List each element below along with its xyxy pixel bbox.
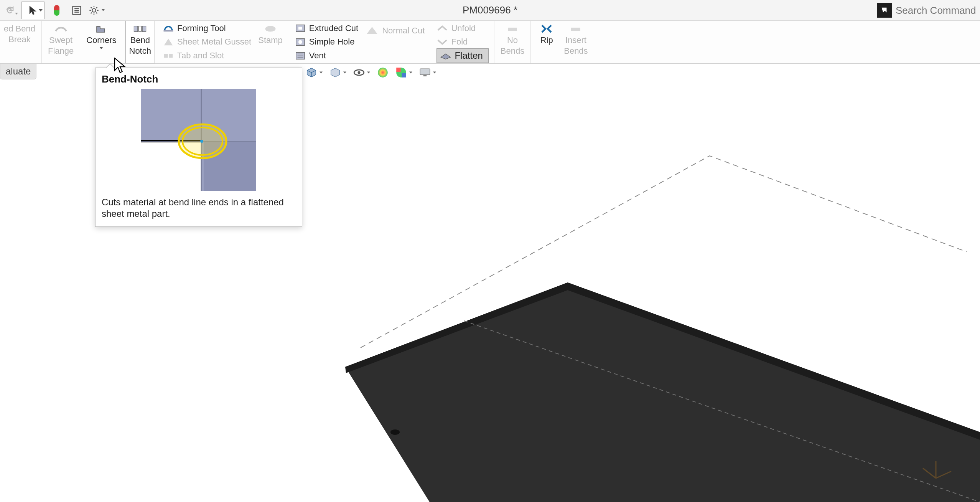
dropdown-caret-icon (39, 9, 43, 12)
flatten-button-wrap: Flatten (436, 49, 488, 62)
stamp-button[interactable]: Stamp (254, 21, 287, 63)
label: Bend (130, 35, 150, 45)
flatten-icon (440, 51, 451, 60)
swept-flange-button[interactable]: Swept Flange (44, 21, 77, 63)
label: Sheet Metal Gusset (177, 37, 251, 47)
insert-bends-button[interactable]: Insert Bends (560, 21, 591, 63)
label: Swept (49, 35, 72, 45)
vent-button[interactable]: Vent (295, 49, 358, 62)
label: Vent (309, 51, 326, 61)
stamp-icon (264, 23, 277, 35)
titlebar: PM009696 * (0, 0, 980, 21)
hud-view-cube[interactable] (305, 66, 318, 79)
svg-point-15 (298, 40, 302, 44)
normal-cut-button[interactable]: Normal Cut (361, 21, 428, 63)
section-view-icon (329, 66, 342, 79)
label: Bends (501, 46, 524, 56)
label: Normal Cut (382, 26, 425, 36)
traffic-button[interactable] (48, 3, 66, 18)
svg-rect-28 (420, 69, 430, 75)
svg-point-11 (265, 26, 276, 32)
forming-tool-icon (163, 23, 174, 33)
vent-icon (295, 51, 306, 61)
tab-and-slot-button[interactable]: Tab and Slot (163, 49, 251, 62)
search-input[interactable] (896, 5, 980, 17)
hud-display[interactable] (418, 66, 432, 79)
label: Corners (86, 35, 116, 45)
list-icon (71, 5, 82, 16)
tab-evaluate[interactable]: aluate (0, 64, 36, 79)
fold-list: Unfold Fold Flatten (433, 21, 491, 63)
label: Extruded Cut (309, 23, 358, 33)
flatten-button[interactable]: Flatten (436, 48, 488, 63)
insert-bends-icon (569, 23, 583, 35)
svg-rect-8 (163, 30, 173, 32)
hud-appearance[interactable] (376, 66, 389, 79)
dropdown-caret-icon (343, 72, 346, 74)
svg-line-44 (923, 468, 936, 478)
svg-rect-29 (423, 75, 427, 76)
rip-button[interactable]: Rip (533, 21, 560, 63)
list-button[interactable] (68, 3, 86, 18)
label: Fold (451, 37, 468, 47)
dropdown-caret-icon (102, 9, 105, 11)
fold-button[interactable]: Fold (436, 35, 488, 48)
hud-toolbar (305, 66, 432, 79)
no-bends-button[interactable]: No Bends (497, 21, 528, 63)
svg-rect-10 (169, 54, 173, 58)
simple-hole-button[interactable]: Simple Hole (295, 35, 358, 48)
label: Flange (48, 46, 74, 56)
extruded-cut-button[interactable]: Extruded Cut (295, 22, 358, 35)
swept-flange-icon (54, 23, 68, 35)
svg-rect-27 (402, 73, 406, 77)
unfold-icon (436, 23, 448, 33)
bend-notch-button[interactable]: Bend Notch (125, 21, 155, 63)
label: Bends (564, 46, 588, 56)
ribbon-group-bend: ed Bend Break (0, 21, 42, 63)
mouse-pointer-icon (114, 58, 127, 74)
traffic-icon (54, 5, 59, 16)
simple-hole-icon (295, 37, 306, 47)
command-search-icon[interactable] (877, 3, 892, 18)
forming-tool-button[interactable]: Forming Tool (163, 22, 251, 35)
svg-rect-21 (571, 28, 580, 31)
view-cube-icon (305, 66, 318, 79)
corners-button[interactable]: Corners (82, 21, 120, 63)
svg-point-38 (200, 140, 203, 143)
ribbon-group-cut: Extruded Cut Simple Hole Vent Normal (289, 21, 432, 63)
unfold-button[interactable]: Unfold (436, 22, 488, 35)
label: aluate (6, 66, 31, 76)
cursor-icon (28, 5, 38, 15)
label: Notch (129, 46, 151, 56)
hud-scene[interactable] (395, 66, 408, 79)
svg-marker-39 (345, 282, 980, 502)
hud-section-view[interactable] (329, 66, 342, 79)
sheet-metal-gusset-button[interactable]: Sheet Metal Gusset (163, 35, 251, 48)
ed-bend-button[interactable]: ed Bend Break (0, 21, 39, 63)
svg-rect-26 (396, 68, 400, 72)
ribbon-group-nobends: No Bends (494, 21, 531, 63)
select-tool-button[interactable] (21, 2, 44, 19)
appearance-icon (376, 66, 389, 79)
tooltip-figure (141, 89, 256, 191)
svg-point-24 (378, 68, 388, 78)
tooltip-title: Bend-Notch (102, 73, 296, 85)
display-icon (418, 66, 432, 79)
ribbon-group-swept: Swept Flange (42, 21, 80, 63)
svg-point-23 (357, 71, 360, 74)
svg-rect-20 (508, 28, 517, 31)
eye-icon (352, 66, 366, 79)
dropdown-caret-icon (320, 72, 323, 74)
label: Stamp (258, 35, 283, 45)
document-title: PM009696 * (463, 4, 517, 16)
dropdown-caret-icon (99, 47, 103, 49)
hud-visibility[interactable] (352, 66, 366, 79)
settings-button[interactable] (87, 3, 106, 18)
bend-notch-tooltip: Bend-Notch Cuts material at bend line en… (95, 68, 302, 227)
svg-rect-13 (298, 27, 302, 30)
label: Flatten (455, 50, 483, 61)
svg-point-4 (92, 8, 96, 12)
qat (0, 0, 107, 20)
redo-button[interactable] (1, 3, 19, 18)
svg-marker-40 (345, 282, 980, 440)
